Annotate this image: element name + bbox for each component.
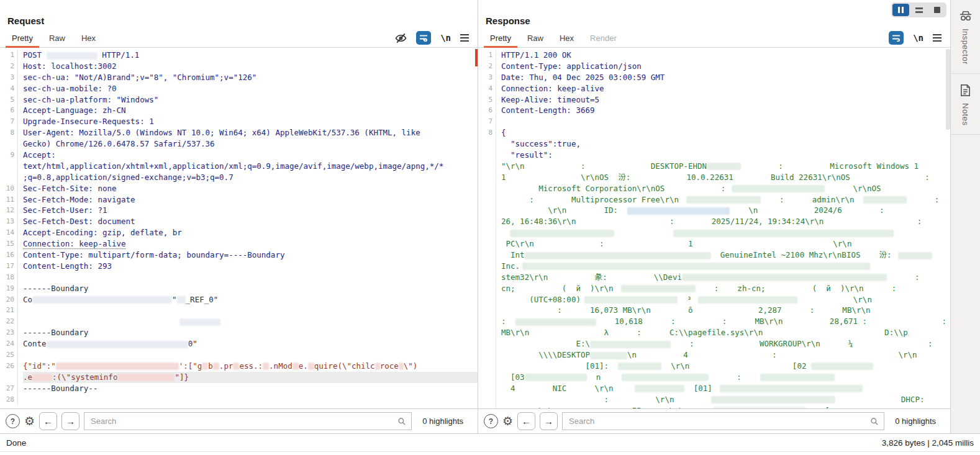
redacted-region xyxy=(622,374,709,381)
request-editor[interactable]: 1POST HTTP/1.12Host: localhost:30023sec-… xyxy=(0,48,478,408)
line-content xyxy=(23,394,478,405)
code-text: cn; ( й )\r\n xyxy=(501,284,614,293)
line-number: 22 xyxy=(0,316,18,327)
code-line: 17Content-Length: 293 xyxy=(0,261,478,272)
code-text: Accept: xyxy=(23,150,56,160)
request-tab-raw[interactable]: Raw xyxy=(41,29,73,47)
code-text: Conte xyxy=(23,339,47,348)
code-line: 4sec-ch-ua-mobile: ?0 xyxy=(0,83,478,94)
response-search-input[interactable] xyxy=(568,416,870,426)
line-number xyxy=(478,272,496,283)
response-tab-pretty[interactable]: Pretty xyxy=(482,29,519,47)
code-text: Co xyxy=(23,295,32,304)
code-line: 19------Boundary xyxy=(0,283,478,294)
response-editor[interactable]: 1HTTP/1.1 200 OK2Content-Type: applicati… xyxy=(478,48,950,408)
line-number xyxy=(478,394,496,405)
code-text: ------Boundary xyxy=(23,284,88,293)
line-content: "result": xyxy=(501,150,950,161)
redacted-region xyxy=(713,407,806,408)
newline-icon[interactable]: \n xyxy=(440,33,451,43)
line-number: 19 xyxy=(0,283,18,294)
code-line: 7Upgrade-Insecure-Requests: 1 xyxy=(0,116,478,127)
wrap-icon[interactable] xyxy=(889,31,904,45)
right-sidebar: Inspector Notes xyxy=(951,0,980,433)
code-text: [01] xyxy=(684,384,712,393)
code-line: : Multiprocessor Free\r\n : admin\r\n : xyxy=(478,194,950,205)
redacted-region xyxy=(590,341,671,348)
request-search-input[interactable] xyxy=(89,416,397,426)
code-text: Sec-Fetch-Mode: navigate xyxy=(23,195,135,204)
sidebar-item-inspector[interactable]: Inspector xyxy=(951,0,980,74)
code-text: Date: Thu, 04 Dec 2025 03:00:59 GMT xyxy=(501,73,665,82)
code-text: e. xyxy=(299,361,308,371)
redacted-region xyxy=(525,252,711,259)
line-content: \\\\DESKTOP\n 4 : \r\n xyxy=(501,349,950,361)
line-content: Sec-Fetch-Site: none xyxy=(23,183,478,194)
line-number xyxy=(478,150,496,161)
line-number: 13 xyxy=(0,216,18,227)
redacted-region xyxy=(47,341,188,348)
response-tab-hex[interactable]: Hex xyxy=(551,29,582,47)
response-tab-raw[interactable]: Raw xyxy=(519,29,551,47)
newline-icon[interactable]: \n xyxy=(913,33,923,43)
code-text: HTTP/1.1 xyxy=(98,50,140,60)
code-text: : xyxy=(709,372,742,382)
line-number xyxy=(0,172,18,183)
line-number xyxy=(478,227,496,238)
code-text: 26, 16:48:36\r\n : 2025/11/24, 19:34:24\… xyxy=(501,217,950,226)
code-text: GenuineIntel ~2100 Mhz\r\nBIOS 汾: xyxy=(711,250,892,259)
line-number: 4 xyxy=(478,83,496,94)
line-number: 26 xyxy=(0,361,18,372)
redacted-region xyxy=(117,374,175,381)
gear-icon[interactable]: ⚙ xyxy=(502,415,513,427)
code-line: 18 xyxy=(0,272,478,283)
line-content: { xyxy=(501,127,950,138)
code-line xyxy=(478,227,950,238)
request-tab-hex[interactable]: Hex xyxy=(73,29,104,47)
line-content: \r\n IP \r\n [c xyxy=(501,405,950,409)
response-scrollbar-thumb[interactable] xyxy=(946,49,950,130)
code-text: : \r\n xyxy=(501,395,674,404)
line-number xyxy=(478,261,496,272)
line-content: Upgrade-Insecure-Requests: 1 xyxy=(23,116,478,127)
status-text: Done xyxy=(6,438,26,448)
redacted-region xyxy=(510,230,614,237)
next-match-button[interactable]: → xyxy=(540,412,558,430)
menu-icon[interactable] xyxy=(460,34,469,42)
capture-controls xyxy=(891,2,946,17)
redacted-region xyxy=(635,385,684,392)
sidebar-item-notes[interactable]: Notes xyxy=(951,74,980,135)
help-icon[interactable]: ? xyxy=(484,414,498,428)
line-content: Host: localhost:3002 xyxy=(23,61,478,72)
code-line: 5Keep-Alive: timeout=5 xyxy=(478,94,950,106)
line-number: 18 xyxy=(0,272,18,283)
code-text: : admin\r\n xyxy=(761,195,855,204)
redacted-region xyxy=(863,196,907,204)
code-line: stem32\r\n 彖: \\Devi : zh- xyxy=(478,272,950,283)
response-tab-render[interactable]: Render xyxy=(582,29,625,47)
line-content: "success":true, xyxy=(501,138,950,150)
prev-match-button[interactable]: ← xyxy=(39,412,57,430)
pause-button[interactable] xyxy=(892,4,909,16)
stop-button[interactable] xyxy=(928,4,945,16)
line-content: Co"_REF_0" xyxy=(23,294,478,305)
request-tab-pretty[interactable]: Pretty xyxy=(4,29,41,47)
lines-button[interactable] xyxy=(910,4,927,16)
redacted-region xyxy=(720,385,863,392)
code-text: Content-Type: application/json xyxy=(501,61,642,71)
code-line: 1HTTP/1.1 200 OK xyxy=(478,50,950,61)
line-content: 1 \r\nOS 汾: 10.0.22631 Build 22631\r\nOS… xyxy=(501,172,950,183)
code-line: 3Date: Thu, 04 Dec 2025 03:00:59 GMT xyxy=(478,72,950,83)
code-text: \r\n [02 xyxy=(661,361,806,371)
gear-icon[interactable]: ⚙ xyxy=(24,415,35,427)
next-match-button[interactable]: → xyxy=(61,412,79,430)
help-icon[interactable]: ? xyxy=(6,414,20,428)
wrap-icon[interactable] xyxy=(416,31,431,45)
menu-icon[interactable] xyxy=(933,34,941,42)
response-title: Response xyxy=(486,16,950,26)
prev-match-button[interactable]: ← xyxy=(517,412,535,430)
code-text: :(\"systeminfo xyxy=(52,372,117,382)
code-line: 21 xyxy=(0,305,478,316)
eye-off-icon[interactable] xyxy=(394,32,407,44)
redacted-region xyxy=(898,252,932,259)
